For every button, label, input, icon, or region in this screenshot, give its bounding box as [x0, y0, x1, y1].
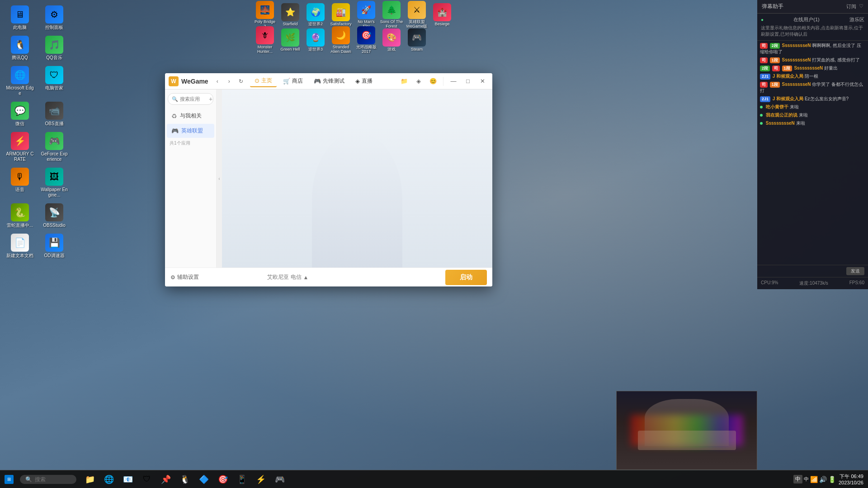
forward-button[interactable]: › — [224, 76, 235, 87]
toolbar-folder-btn[interactable]: 📁 — [398, 75, 410, 88]
chat-message-2: 司 1段 SsssssssseN 打哭血的感, 感觉你打了 — [760, 57, 865, 63]
taskbar-app-file[interactable]: 📁 — [81, 470, 99, 488]
chat-message-9: SsssssssseN 来啦 — [760, 120, 865, 127]
launch-button[interactable]: 启动 — [445, 270, 487, 285]
top-app-besiege[interactable]: 🏰 Besiege — [429, 2, 455, 28]
chevron-up-icon[interactable]: ▲ — [303, 274, 309, 281]
chat-username-2: SsssssssseN — [782, 57, 811, 62]
desktop-icon-obsstudio[interactable]: 📡 OBSStudio — [38, 202, 71, 230]
sidebar-item-favorite[interactable]: ♻ 与我相关 — [167, 109, 214, 123]
refresh-button[interactable]: ↻ — [236, 76, 246, 87]
menu-home[interactable]: ⊙ 主页 — [250, 75, 277, 87]
desktop-icon-control-panel[interactable]: ⚙ 控制面板 — [38, 4, 71, 32]
obs-icon: 📹 — [45, 102, 63, 120]
desktop-icon-geforce[interactable]: 🎮 GeForce Experience — [38, 130, 71, 164]
window-controls: 📁 ◈ 😊 — □ ✕ — [398, 75, 489, 88]
chat-text-6: Ez怎么发出女的声音? — [805, 96, 849, 101]
desktop-icon-udisk[interactable]: 💾 OD调速器 — [38, 232, 71, 260]
taskbar-app-edge[interactable]: 🌐 — [100, 470, 118, 488]
desktop-icon-razer[interactable]: 🐍 雷蛇直播中... — [4, 202, 36, 230]
poly-bridge-icon: 🌉 — [256, 1, 274, 19]
video-thumbnail[interactable] — [616, 391, 757, 470]
heart-icon: ♡ — [859, 3, 863, 10]
top-app-jijian2[interactable]: 🌍 逆世界2 — [303, 2, 328, 28]
chat-username-5: SsssssssseN — [782, 82, 811, 87]
top-app-starfield[interactable]: ⭐ Starfield — [278, 2, 303, 28]
collapse-handle[interactable]: ‹ — [217, 89, 222, 267]
search-input[interactable] — [180, 96, 207, 102]
chat-username-9: SsssssssseN — [766, 121, 795, 126]
taskbar-search[interactable]: 🔍 — [20, 475, 76, 484]
wallpaper-icon: 🖼 — [45, 168, 63, 186]
maximize-button[interactable]: □ — [462, 75, 474, 88]
taskbar-app-diamond[interactable]: 🔷 — [195, 470, 213, 488]
back-button[interactable]: ‹ — [212, 76, 223, 87]
taskbar-system-icons: 中 中 📶 🔊 🔋 — [793, 475, 836, 483]
desktop-icon-qq-music[interactable]: 🎵 QQ音乐 — [38, 34, 71, 62]
taskbar-start[interactable]: ⊞ — [0, 475, 18, 484]
windows-start-icon[interactable]: ⊞ — [5, 475, 14, 484]
send-button[interactable]: 发送 — [846, 267, 864, 275]
add-app-button[interactable]: + — [209, 95, 212, 103]
taskbar-app-phone[interactable]: 📱 — [233, 470, 251, 488]
taskbar-search-icon: 🔍 — [25, 476, 32, 483]
taskbar-app-gamepad[interactable]: 🎮 — [271, 470, 289, 488]
starfield-icon: ⭐ — [281, 3, 299, 21]
desktop-icon-wechat[interactable]: 💬 微信 — [4, 100, 36, 128]
wallpaper-label: Wallpaper Engine... — [40, 187, 69, 198]
top-app-halo[interactable]: 🎯 光环战略版 2017 — [354, 25, 379, 55]
taskbar-app-pin[interactable]: 📌 — [157, 470, 175, 488]
sidebar-item-all-games[interactable]: 🎮 英雄联盟 — [167, 124, 214, 138]
desktop-icon-text-doc[interactable]: 📄 新建文本文档 — [4, 232, 36, 260]
top-app-green-hell[interactable]: 🌿 Green Hell — [278, 28, 303, 53]
sidebar-favorite-label: 与我相关 — [180, 112, 202, 120]
subscribe-label: 订阅 — [846, 3, 856, 10]
desktop-icon-file-manager[interactable]: 🖥 此电脑 — [4, 4, 36, 32]
right-panel-header: 弹幕助手 订阅 ♡ — [757, 0, 868, 14]
desktop-icon-manager[interactable]: 🛡 电脑管家 — [38, 64, 71, 98]
badge-3-1: 2段 — [760, 66, 770, 71]
desktop-icon-edge[interactable]: 🌐 Microsoft Edge — [4, 64, 36, 98]
window-titlebar: W WeGame ‹ › ↻ ⊙ 主页 🛒 商店 🎮 先锋测试 — [165, 73, 492, 89]
taskbar-app-lightning[interactable]: ⚡ — [252, 470, 270, 488]
desktop: 🖥 此电脑 ⚙ 控制面板 🐧 腾讯QQ 🎵 QQ音乐 🌐 Microsoft E… — [0, 0, 868, 488]
taskbar-app-mail[interactable]: 📧 — [119, 470, 137, 488]
minimize-button[interactable]: — — [447, 75, 460, 88]
nms-icon: 🚀 — [357, 1, 375, 19]
close-button[interactable]: ✕ — [476, 75, 489, 88]
top-app-monster[interactable]: 🗡 Monster Hunter... — [252, 25, 278, 55]
rp-stats: CPU:9% 速度:10473k/s FPS:60 — [757, 277, 868, 289]
menu-pioneer[interactable]: 🎮 先锋测试 — [309, 75, 349, 87]
toolbar-face-btn[interactable]: 😊 — [427, 75, 439, 88]
monster-icon: 🗡 — [256, 26, 274, 44]
right-panel-buttons: 订阅 ♡ — [846, 3, 863, 10]
taskbar-app-penguin[interactable]: 🐧 — [176, 470, 194, 488]
desktop-icon-qq[interactable]: 🐧 腾讯QQ — [4, 34, 36, 62]
desktop-icon-armoury[interactable]: ⚡ ARMOURY CRATE — [4, 130, 36, 164]
top-app-satisfactory[interactable]: 🏭 Satisfactory — [328, 2, 354, 28]
badge-5-2: 1段 — [770, 82, 780, 88]
room-label: 游乐区 — [849, 16, 864, 23]
wechat-label: 微信 — [15, 121, 24, 127]
desktop-icon-yuyin[interactable]: 🎙 语音 — [4, 166, 36, 200]
taskbar-search-input[interactable] — [35, 476, 71, 483]
taskbar-app-shield[interactable]: 🛡 — [138, 470, 156, 488]
sons-forest-icon: 🌲 — [382, 1, 401, 19]
taskbar-app-target[interactable]: 🎯 — [214, 470, 232, 488]
settings-button[interactable]: ⚙ 辅助设置 — [170, 273, 199, 281]
menu-shop[interactable]: 🛒 商店 — [278, 75, 307, 87]
menu-live[interactable]: ◈ 直播 — [351, 75, 377, 87]
steam-icon: 🎮 — [408, 28, 426, 47]
toolbar-diamond-btn[interactable]: ◈ — [412, 75, 425, 88]
geforce-label: GeForce Experience — [40, 151, 69, 162]
desktop-icon-wallpaper[interactable]: 🖼 Wallpaper Engine... — [38, 166, 71, 200]
top-app-painting[interactable]: 🎨 游戏 — [379, 28, 404, 53]
top-app-jijian3[interactable]: 🔮 逆世界3 — [303, 28, 328, 53]
bullet-9 — [760, 122, 763, 125]
video-hands — [617, 391, 757, 469]
top-app-stranded[interactable]: 🌙 Stranded Alien Dawn — [328, 25, 354, 55]
right-panel-title: 弹幕助手 — [762, 3, 783, 10]
chat-message-6: 2J1 J 和候观众入局 Ez怎么发出女的声音? — [760, 96, 865, 102]
top-app-steam[interactable]: 🎮 Steam — [404, 28, 429, 53]
desktop-icon-obs[interactable]: 📹 OBS直播 — [38, 100, 71, 128]
